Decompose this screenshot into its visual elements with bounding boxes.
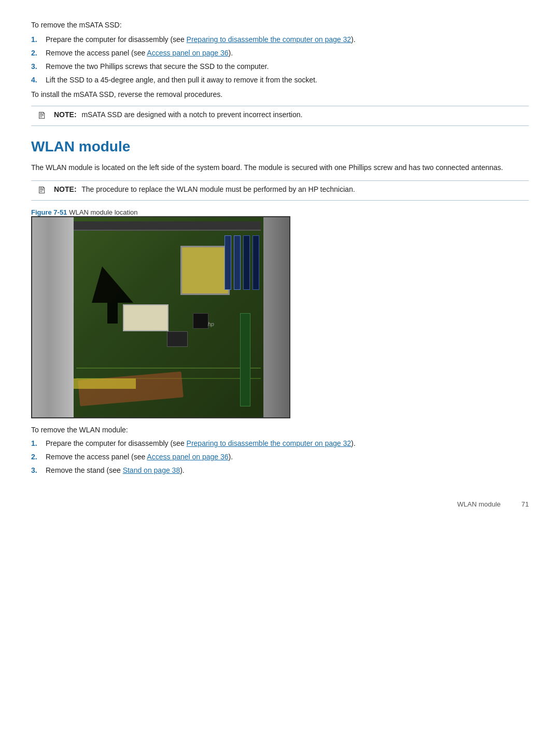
link-preparing-disassemble-1[interactable]: Preparing to disassemble the computer on… [187,35,352,44]
chip-2 [193,313,208,329]
trace-1 [76,368,261,369]
wlan-step-number-3: 3. [31,466,46,474]
wlan-step-2: 2. Remove the access panel (see Access p… [31,453,529,461]
figure-container: Figure 7-51 WLAN module location [31,208,529,418]
msata-note-label: NOTE: [54,110,77,119]
arrow-indicator [61,261,144,329]
wlan-intro-text: The WLAN module is located on the left s… [31,162,529,173]
wlan-step-text-1: Prepare the computer for disassembly (se… [46,439,529,447]
ram-slot-1 [225,235,231,290]
step-number-3: 3. [31,62,46,71]
wlan-step-number-2: 2. [31,453,46,461]
wlan-note-label: NOTE: [54,185,77,193]
figure-label: Figure 7-51 [31,208,67,216]
msata-steps-list: 1. Prepare the computer for disassembly … [31,35,529,84]
page-footer: WLAN module 71 [31,495,529,508]
wlan-section-title: WLAN module [31,138,529,155]
wlan-steps-list: 1. Prepare the computer for disassembly … [31,439,529,474]
note-icon-1: 🖹 [37,110,50,121]
step-text-4: Lift the SSD to a 45-degree angle, and t… [46,76,529,84]
link-access-panel-1[interactable]: Access panel on page 36 [147,49,228,57]
ram-slot-4 [253,235,259,290]
remove-wlan-text: To remove the WLAN module: [31,426,529,434]
wlan-note-box: 🖹 NOTE: The procedure to replace the WLA… [31,180,529,201]
intro-remove-msata: To remove the mSATA SSD: [31,21,529,29]
wlan-module-image: hp [31,216,290,418]
wlan-note-text: The procedure to replace the WLAN module… [81,185,355,193]
step-text-2: Remove the access panel (see Access pane… [46,49,529,57]
ram-slots [225,235,259,290]
chip-1 [167,331,188,347]
footer-page: 71 [522,500,529,508]
hp-logo-text: hp [208,321,214,327]
step-number-4: 4. [31,76,46,84]
msata-step-4: 4. Lift the SSD to a 45-degree angle, an… [31,76,529,84]
ram-slot-2 [234,235,241,290]
step-number-2: 2. [31,49,46,57]
install-msata-text: To install the mSATA SSD, reverse the re… [31,90,529,99]
svg-marker-0 [92,266,133,324]
link-stand[interactable]: Stand on page 38 [123,466,180,474]
step-text-1: Prepare the computer for disassembly (se… [46,35,529,44]
wlan-step-1: 1. Prepare the computer for disassembly … [31,439,529,447]
msata-note-text: mSATA SSD are designed with a notch to p… [81,110,302,119]
cable-yellow [74,378,136,389]
msata-step-2: 2. Remove the access panel (see Access p… [31,49,529,57]
msata-step-1: 1. Prepare the computer for disassembly … [31,35,529,44]
figure-label-line: Figure 7-51 WLAN module location [31,208,529,216]
note-icon-2: 🖹 [37,185,50,196]
cpu-socket [180,246,230,295]
step-text-3: Remove the two Phillips screws that secu… [46,62,529,71]
msata-note-box: 🖹 NOTE: mSATA SSD are designed with a no… [31,106,529,126]
pci-slot [240,313,250,406]
wlan-note-content: NOTE: The procedure to replace the WLAN … [54,185,355,193]
msata-step-3: 3. Remove the two Phillips screws that s… [31,62,529,71]
footer-text: WLAN module 71 [457,500,529,508]
wlan-step-text-3: Remove the stand (see Stand on page 38). [46,466,529,474]
figure-caption: WLAN module location [69,208,137,216]
mb-frame-right [263,217,289,417]
top-connectors [74,221,261,231]
link-access-panel-2[interactable]: Access panel on page 36 [147,453,228,461]
step-number-1: 1. [31,35,46,44]
ram-slot-3 [243,235,250,290]
footer-section: WLAN module [457,500,501,508]
wlan-step-3: 3. Remove the stand (see Stand on page 3… [31,466,529,474]
msata-note-content: NOTE: mSATA SSD are designed with a notc… [54,110,302,119]
wlan-step-number-1: 1. [31,439,46,447]
link-preparing-disassemble-2[interactable]: Preparing to disassemble the computer on… [187,439,352,447]
wlan-step-text-2: Remove the access panel (see Access pane… [46,453,529,461]
